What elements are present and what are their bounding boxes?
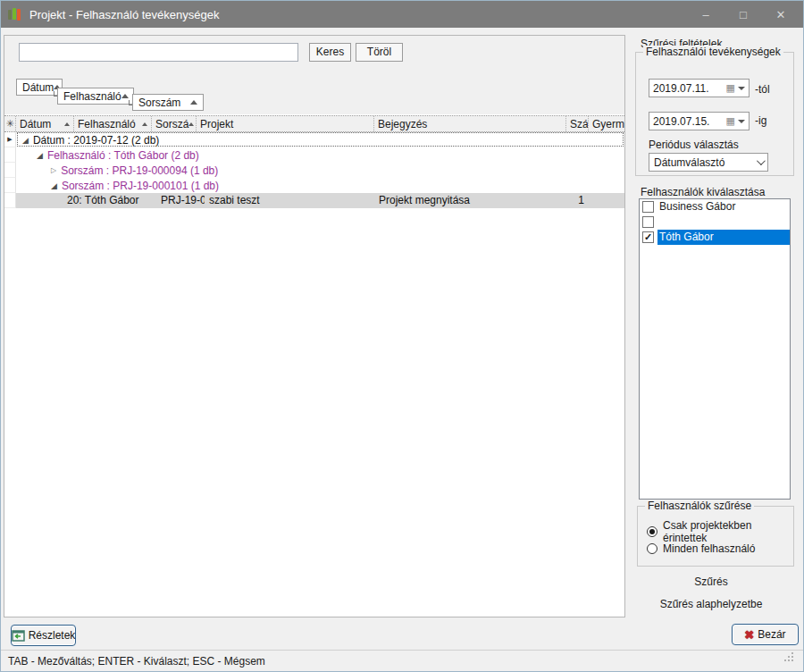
star-icon: ✳ [5,118,13,130]
date-to-value: 2019.07.15. [653,115,726,128]
application-window: Projekt - Felhasználó tevékenységek – □ … [0,0,804,672]
dropdown-arrow-icon[interactable] [738,87,745,90]
user-list-item-selected[interactable]: ✓ Tóth Gábor [640,230,790,245]
groupby-sorszam-label: Sorszám [138,97,180,109]
user-checklist: Business Gábor ✓ Tóth Gábor [639,198,791,500]
titlebar: Projekt - Felhasználó tevékenységek – □ … [1,1,803,28]
group-row-label: Dátum : 2019-07-12 (2 db) [33,134,159,147]
activity-grid-panel: Keres Töröl Dátum Felhasználó Sorszám ✳ … [4,35,625,617]
app-icon [8,7,22,21]
checkbox-checked[interactable]: ✓ [642,231,654,243]
cell-felhasznalo: 20: Tóth Gábor [63,193,156,208]
filter-panel: Szűrési feltételek Felhasználói tevékeny… [626,28,803,649]
apply-filter-link[interactable]: Szűrés [626,575,796,588]
activity-groupbox: Felhasználói tevékenységek 2019.07.11. ▦… [635,52,794,176]
column-header-gyermek[interactable]: Gyermek [589,116,624,131]
user-list-item[interactable]: Business Gábor [640,199,790,214]
column-header-row: ✳ Dátum Felhasználó Sorszá Projekt Bejeg… [4,115,624,132]
reset-filter-link[interactable]: Szűrés alaphelyzetbe [626,598,796,610]
group-row-felhasznalo[interactable]: ◢ Felhasználó : Tóth Gábor (2 db) [4,147,624,163]
groupby-sorszam[interactable]: Sorszám [132,94,204,111]
row-indicator-header: ✳ [4,116,16,131]
red-x-icon: ✖ [744,628,754,642]
sort-asc-icon [188,122,194,126]
column-header-bejegyzes[interactable]: Bejegyzés [374,116,566,131]
column-header-datum[interactable]: Dátum [16,116,74,131]
clear-search-button[interactable]: Töröl [356,43,403,62]
details-icon [12,630,25,642]
user-list-item-label: Tóth Gábor [657,230,790,245]
resize-grip[interactable] [791,659,793,661]
column-header-szar[interactable]: Szár [566,116,589,131]
dropdown-arrow-icon[interactable] [738,120,745,123]
radio-option-all-users[interactable]: Minden felhasználó [647,542,755,555]
row-indicator [4,178,16,193]
grid-rows: ▶ ◢ Dátum : 2019-07-12 (2 db) ◢ Felhaszn… [4,132,624,208]
cell-szar: 1 [566,193,589,208]
group-row-sorszam-94[interactable]: ▷ Sorszám : PRJ-19-000094 (1 db) [4,163,624,178]
column-header-sorszam[interactable]: Sorszá [152,116,197,131]
close-button-label: Bezár [758,628,785,641]
groupby-felhasznalo-label: Felhasználó [63,90,121,103]
date-from-value: 2019.07.11. [653,82,726,95]
user-list-item[interactable] [640,214,790,230]
data-row[interactable]: 20: Tóth Gábor PRJ-19-00 szabi teszt Pro… [4,193,624,208]
date-from-field[interactable]: 2019.07.11. ▦ [649,79,750,97]
user-list-item-label: Business Gábor [657,199,790,214]
details-button[interactable]: Részletek [11,625,76,646]
calendar-icon: ▦ [726,115,735,127]
group-row-datum[interactable]: ▶ ◢ Dátum : 2019-07-12 (2 db) [4,132,624,147]
close-dialog-button[interactable]: ✖ Bezár [732,624,799,645]
expand-open-icon[interactable]: ◢ [51,181,57,190]
radio-option-projects-only[interactable]: Csak projektekben érintettek [647,519,793,544]
sort-asc-icon [64,122,70,126]
search-button[interactable]: Keres [309,43,351,62]
cell-bejegyzes: Projekt megnyitása [374,193,566,208]
cell-sorszam: PRJ-19-00 [156,193,205,208]
row-indicator [4,193,16,208]
checkbox-unchecked[interactable] [642,216,654,228]
radio-unselected-icon[interactable] [647,543,657,554]
column-header-projekt[interactable]: Projekt [197,116,374,131]
groupby-datum-label: Dátum [22,81,54,94]
user-filter-groupbox-title: Felhasználók szűrése [645,500,754,512]
window-title: Projekt - Felhasználó tevékenységek [29,8,219,21]
date-to-field[interactable]: 2019.07.15. ▦ [649,112,750,130]
column-header-felhasznalo[interactable]: Felhasználó [74,116,152,131]
group-row-label: Sorszám : PRJ-19-000094 (1 db) [61,164,218,177]
search-input[interactable] [19,43,298,62]
row-indicator: ▶ [4,132,16,147]
expand-open-icon[interactable]: ◢ [37,151,43,160]
cell-projekt: szabi teszt [205,193,374,208]
user-select-title: Felhasználók kiválasztása [641,186,765,198]
groupby-felhasznalo[interactable]: Felhasználó [57,88,134,105]
sort-asc-icon [190,100,197,105]
period-combobox-value: Dátumválasztó [654,156,757,169]
user-filter-groupbox: Felhasználók szűrése Csak projektekben é… [637,506,794,567]
expand-closed-icon[interactable]: ▷ [51,166,56,174]
statusbar-hint-text: TAB - Mezőváltás; ENTER - Kiválaszt; ESC… [8,655,265,668]
activity-groupbox-title: Felhasználói tevékenységek [643,46,783,58]
details-button-label: Részletek [29,629,76,642]
expand-open-icon[interactable]: ◢ [22,136,29,145]
group-row-sorszam-101[interactable]: ◢ Sorszám : PRJ-19-000101 (1 db) [4,178,624,193]
statusbar: TAB - Mezőváltás; ENTER - Kiválaszt; ESC… [1,650,803,671]
date-from-suffix: -tól [755,83,770,96]
minimize-button[interactable]: – [687,1,724,28]
group-row-label: Felhasználó : Tóth Gábor (2 db) [47,149,199,162]
radio-label: Minden felhasználó [663,542,755,555]
radio-label: Csak projektekben érintettek [663,519,793,544]
period-label: Periódus választás [649,139,739,151]
group-row-label: Sorszám : PRJ-19-000101 (1 db) [62,180,219,192]
maximize-button[interactable]: □ [724,1,762,28]
row-indicator [4,163,16,178]
cell-gyermek [589,193,624,208]
date-to-suffix: -ig [755,114,766,127]
row-indicator [4,147,16,163]
checkbox-unchecked[interactable] [642,201,654,213]
radio-selected-icon[interactable] [647,526,657,537]
calendar-icon: ▦ [726,82,735,94]
close-button[interactable]: ✕ [762,1,800,28]
period-combobox[interactable]: Dátumválasztó [649,153,768,172]
sort-asc-icon [121,94,129,98]
